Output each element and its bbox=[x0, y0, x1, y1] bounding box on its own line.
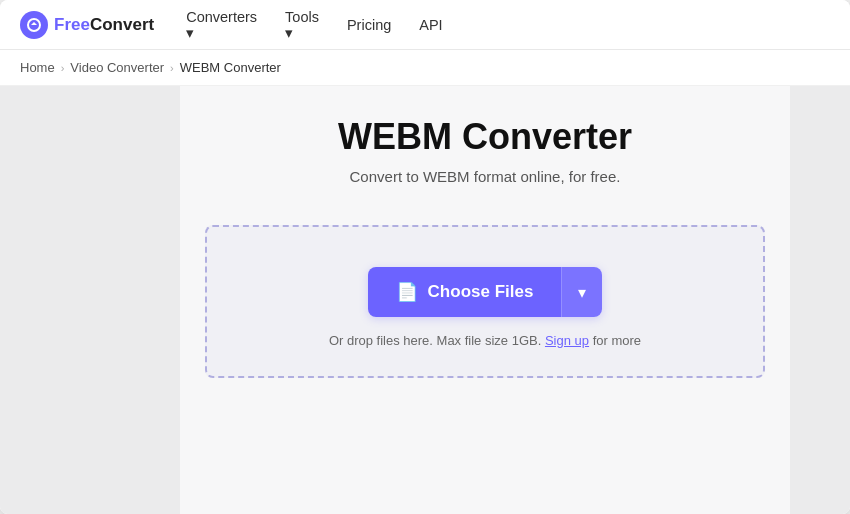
breadcrumb: Home › Video Converter › WEBM Converter bbox=[0, 50, 850, 86]
main-content: WEBM Converter Convert to WEBM format on… bbox=[0, 86, 850, 514]
chevron-down-icon: ▾ bbox=[186, 25, 257, 41]
sidebar-left bbox=[0, 86, 180, 514]
choose-files-dropdown-button[interactable]: ▾ bbox=[561, 267, 602, 317]
file-upload-icon: 📄 bbox=[396, 281, 418, 303]
content-area: WEBM Converter Convert to WEBM format on… bbox=[180, 86, 790, 514]
page-title: WEBM Converter bbox=[338, 116, 632, 158]
choose-files-button[interactable]: 📄 Choose Files bbox=[368, 267, 562, 317]
nav-item-converters[interactable]: Converters ▾ bbox=[186, 9, 257, 41]
logo[interactable]: FreeConvert bbox=[20, 11, 154, 39]
drop-hint: Or drop files here. Max file size 1GB. S… bbox=[329, 333, 641, 348]
navbar: FreeConvert Converters ▾ Tools ▾ Pricing… bbox=[0, 0, 850, 50]
nav-links: Converters ▾ Tools ▾ Pricing API bbox=[186, 9, 442, 41]
chevron-down-icon: ▾ bbox=[285, 25, 319, 41]
signup-link[interactable]: Sign up bbox=[545, 333, 589, 348]
chevron-down-icon: ▾ bbox=[578, 283, 586, 302]
breadcrumb-current: WEBM Converter bbox=[180, 60, 281, 75]
logo-icon bbox=[20, 11, 48, 39]
nav-item-tools[interactable]: Tools ▾ bbox=[285, 9, 319, 41]
nav-item-api[interactable]: API bbox=[419, 17, 442, 33]
logo-text: FreeConvert bbox=[54, 15, 154, 35]
breadcrumb-video-converter[interactable]: Video Converter bbox=[70, 60, 164, 75]
page-subtitle: Convert to WEBM format online, for free. bbox=[350, 168, 621, 185]
breadcrumb-separator: › bbox=[170, 62, 174, 74]
choose-files-group: 📄 Choose Files ▾ bbox=[368, 267, 603, 317]
breadcrumb-home[interactable]: Home bbox=[20, 60, 55, 75]
drop-zone: 📄 Choose Files ▾ Or drop files here. Max… bbox=[205, 225, 765, 378]
sidebar-right bbox=[790, 86, 850, 514]
nav-item-pricing[interactable]: Pricing bbox=[347, 17, 391, 33]
breadcrumb-separator: › bbox=[61, 62, 65, 74]
